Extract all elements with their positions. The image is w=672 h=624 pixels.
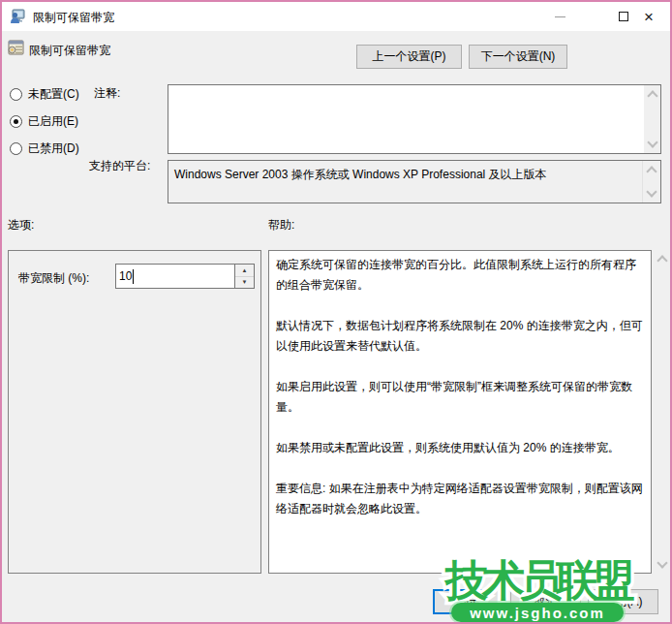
scroll-down-icon[interactable] (646, 186, 657, 197)
radio-circle (10, 88, 22, 101)
help-paragraph: 确定系统可保留的连接带宽的百分比。此值限制系统上运行的所有程序的组合带宽保留。 (276, 255, 644, 296)
stepper-down-icon[interactable]: ▼ (235, 277, 254, 289)
comment-label: 注释: (94, 85, 120, 102)
scroll-up-icon[interactable] (657, 255, 667, 265)
radio-label: 已启用(E) (28, 113, 78, 130)
help-paragraph: 如果启用此设置，则可以使用“带宽限制”框来调整系统可保留的带宽数量。 (276, 377, 644, 418)
setting-title: 限制可保留带宽 (29, 43, 110, 59)
stepper-up-icon[interactable]: ▲ (235, 265, 254, 277)
radio-circle (10, 142, 22, 155)
window-title: 限制可保留带宽 (33, 10, 114, 26)
help-paragraph: 重要信息: 如果在注册表中为特定网络适配器设置带宽限制，则配置该网络适配器时就会… (276, 479, 644, 519)
minimize-button[interactable] (538, 2, 581, 31)
help-text-panel: 确定系统可保留的连接带宽的百分比。此值限制系统上运行的所有程序的组合带宽保留。 … (268, 250, 652, 574)
close-button[interactable]: × (627, 2, 670, 31)
radio-disabled[interactable]: 已禁用(D) (10, 141, 79, 156)
comment-textarea[interactable] (168, 84, 661, 154)
scroll-up-icon[interactable] (646, 166, 657, 176)
scroll-down-icon[interactable] (647, 137, 657, 147)
ok-button[interactable]: 确定 (433, 589, 504, 614)
bandwidth-input[interactable]: 10 (115, 264, 235, 289)
help-paragraph: 如果禁用或未配置此设置，则系统使用默认值为 20% 的连接带宽。 (276, 438, 644, 458)
comment-scrollbar[interactable] (644, 85, 660, 153)
platform-scrollbar[interactable] (642, 161, 660, 203)
radio-enabled[interactable]: 已启用(E) (10, 114, 78, 129)
radio-label: 已禁用(D) (28, 140, 79, 157)
supported-platforms-box: Windows Server 2003 操作系统或 Windows XP Pro… (168, 160, 661, 203)
radio-not-configured[interactable]: 未配置(C) (10, 87, 79, 102)
cancel-button[interactable]: 取消 (510, 589, 581, 614)
supported-platforms-value: Windows Server 2003 操作系统或 Windows XP Pro… (174, 167, 637, 183)
scroll-down-icon[interactable] (657, 557, 667, 568)
titlebar: 限制可保留带宽 × (2, 2, 670, 31)
minimize-icon (555, 16, 565, 17)
policy-computer-icon (10, 9, 25, 24)
radio-label: 未配置(C) (28, 86, 79, 103)
help-section-label: 帮助: (268, 217, 294, 234)
bandwidth-stepper[interactable]: ▲ ▼ (234, 264, 255, 289)
text-caret (133, 269, 134, 284)
help-paragraph: 默认情况下，数据包计划程序将系统限制在 20% 的连接带宽之内，但可以使用此设置… (276, 316, 644, 357)
apply-button[interactable]: 应用(A) (588, 589, 658, 614)
options-panel: 带宽限制 (%): 10 ▲ ▼ (8, 250, 261, 574)
policy-setting-icon (8, 40, 24, 56)
group-policy-setting-window: 限制可保留带宽 × 限制可保留带宽 上一个设置(P) 下一个设置(N) 未配置(… (0, 0, 672, 624)
supported-platforms-label: 支持的平台: (89, 158, 150, 174)
options-section-label: 选项: (8, 217, 34, 234)
next-setting-button[interactable]: 下一个设置(N) (469, 45, 567, 69)
scroll-up-icon[interactable] (647, 90, 657, 101)
close-icon: × (644, 9, 654, 25)
bandwidth-limit-label: 带宽限制 (%): (18, 270, 89, 287)
previous-setting-button[interactable]: 上一个设置(P) (356, 45, 462, 69)
radio-circle (10, 115, 22, 128)
help-scrollbar[interactable] (655, 250, 670, 574)
